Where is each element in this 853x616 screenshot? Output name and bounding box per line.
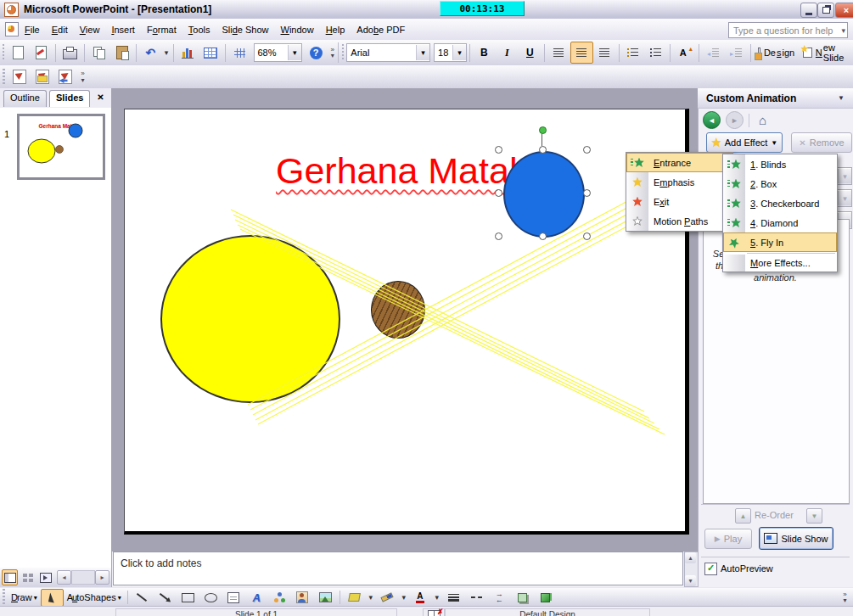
close-panel-icon[interactable]: ✕ <box>94 91 107 104</box>
slide-sorter-view-button[interactable] <box>20 569 36 585</box>
scroll-up-button[interactable]: ▴ <box>685 552 696 563</box>
scroll-right-button[interactable]: ▸ <box>95 570 109 585</box>
ask-question-input[interactable]: Type a question for help ▾ <box>728 22 848 38</box>
toolbar-grip[interactable] <box>3 69 5 86</box>
toolbar-grip[interactable] <box>3 44 4 61</box>
insert-table-button[interactable] <box>199 42 222 64</box>
resize-handle-s[interactable] <box>539 232 547 240</box>
insert-chart-button[interactable] <box>177 42 199 64</box>
italic-button[interactable] <box>496 42 519 64</box>
slide-thumbnail[interactable]: Gerhana Matah <box>17 114 105 180</box>
submenu-item-more-effects[interactable]: More Effects... <box>723 255 837 272</box>
convert-and-email-button[interactable] <box>31 66 53 88</box>
show-grid-button[interactable] <box>228 42 251 64</box>
align-left-button[interactable] <box>547 42 570 64</box>
select-objects-button[interactable] <box>41 589 64 607</box>
submenu-item-box[interactable]: 2. Box <box>723 174 837 193</box>
menu-item-entrance[interactable]: Entrance ▸ <box>626 153 732 172</box>
home-button[interactable]: ⌂ <box>755 112 771 128</box>
zoom-select[interactable]: 68% <box>254 43 302 62</box>
design-button[interactable]: Design <box>754 42 799 64</box>
slide-canvas[interactable]: Gerhana Matah <box>124 109 689 535</box>
remove-button[interactable]: ✕ Remove <box>791 132 852 153</box>
paste-button[interactable] <box>110 42 133 64</box>
arrow-tool-button[interactable] <box>154 589 177 607</box>
notes-scrollbar[interactable]: ▴ ▾ <box>684 552 699 587</box>
normal-view-button[interactable] <box>2 569 18 585</box>
tab-outline[interactable]: Outline <box>3 90 47 107</box>
fill-color-button[interactable] <box>343 589 366 607</box>
chevron-down-icon[interactable] <box>416 45 429 60</box>
convert-to-pdf-button[interactable] <box>8 66 31 88</box>
resize-handle-w[interactable] <box>495 189 502 197</box>
menu-item-motion-paths[interactable]: Motion Paths ▸ <box>626 211 732 231</box>
rays-shape[interactable] <box>125 109 685 531</box>
back-button[interactable]: ◄ <box>703 111 721 129</box>
diagram-button[interactable] <box>268 589 291 607</box>
menu-file[interactable]: File <box>19 21 46 38</box>
autoshapes-menu-button[interactable]: AutoShapes ▾ <box>64 589 125 607</box>
copy-button[interactable] <box>87 42 110 64</box>
numbered-list-button[interactable] <box>621 42 644 64</box>
help-button[interactable] <box>305 42 328 64</box>
submenu-item-blinds[interactable]: 1. Blinds <box>723 154 837 174</box>
scroll-down-button[interactable]: ▾ <box>685 575 696 586</box>
menu-view[interactable]: View <box>74 21 106 38</box>
tab-slides[interactable]: Slides <box>49 90 90 107</box>
resize-handle-e[interactable] <box>583 189 591 197</box>
autopreview-checkbox[interactable] <box>704 563 717 575</box>
line-style-button[interactable] <box>442 589 465 607</box>
line-color-button[interactable] <box>376 589 399 607</box>
shadow-style-button[interactable] <box>511 589 534 607</box>
undo-button[interactable] <box>139 42 162 64</box>
font-size-select[interactable]: 18 <box>434 43 467 62</box>
submenu-item-fly-in[interactable]: 5. Fly In <box>723 232 837 252</box>
toolbar-grip[interactable] <box>3 589 5 606</box>
clip-art-button[interactable] <box>291 589 314 607</box>
print-button[interactable] <box>59 42 81 64</box>
bullet-list-button[interactable] <box>644 42 667 64</box>
decrease-indent-button[interactable] <box>702 42 725 64</box>
toolbar-options-button[interactable] <box>839 587 851 608</box>
chevron-down-icon[interactable] <box>452 45 466 60</box>
rectangle-tool-button[interactable] <box>177 589 199 607</box>
new-button[interactable] <box>7 42 30 64</box>
line-color-dropdown[interactable] <box>399 588 409 607</box>
reorder-up-button[interactable]: ▲ <box>735 508 751 524</box>
new-slide-button[interactable]: New Slide <box>799 42 853 64</box>
menu-window[interactable]: Window <box>275 21 320 38</box>
scroll-left-button[interactable]: ◂ <box>57 570 71 585</box>
restore-button[interactable] <box>817 3 834 18</box>
task-pane-dropdown-icon[interactable] <box>834 90 848 105</box>
slide-show-view-button[interactable] <box>37 569 53 585</box>
minimize-button[interactable] <box>800 3 817 18</box>
resize-handle-sw[interactable] <box>495 232 502 240</box>
horizontal-scrollbar-track[interactable] <box>71 570 95 585</box>
fill-color-dropdown[interactable] <box>366 588 376 607</box>
draw-menu-button[interactable]: Draw ▾ <box>8 589 41 607</box>
increase-font-button[interactable] <box>673 42 696 64</box>
menu-help[interactable]: Help <box>320 21 351 38</box>
menu-item-emphasis[interactable]: Emphasis ▸ <box>626 172 732 192</box>
font-name-select[interactable]: Arial <box>346 43 430 62</box>
menu-slide-show[interactable]: Slide Show <box>216 21 274 38</box>
underline-button[interactable] <box>519 42 542 64</box>
submenu-item-checkerboard[interactable]: 3. Checkerboard <box>723 193 837 213</box>
slide-show-button[interactable]: Slide Show <box>759 527 833 550</box>
align-right-button[interactable] <box>593 42 616 64</box>
menu-item-exit[interactable]: Exit ▸ <box>626 192 732 211</box>
close-button[interactable]: × <box>835 3 853 18</box>
spelling-status[interactable] <box>423 608 445 616</box>
add-effect-button[interactable]: Add Effect ▼ <box>706 132 783 153</box>
font-color-dropdown[interactable] <box>432 588 442 607</box>
wordart-button[interactable] <box>245 589 268 607</box>
toolbar-options-button[interactable] <box>76 67 89 87</box>
open-button[interactable] <box>30 42 53 64</box>
menu-format[interactable]: Format <box>141 21 182 38</box>
resize-handle-ne[interactable] <box>583 146 591 154</box>
resize-handle-se[interactable] <box>583 232 591 240</box>
threed-style-button[interactable] <box>534 589 557 607</box>
forward-button[interactable]: ► <box>726 111 744 129</box>
undo-dropdown[interactable] <box>162 43 171 62</box>
submenu-item-diamond[interactable]: 4. Diamond <box>723 213 837 232</box>
